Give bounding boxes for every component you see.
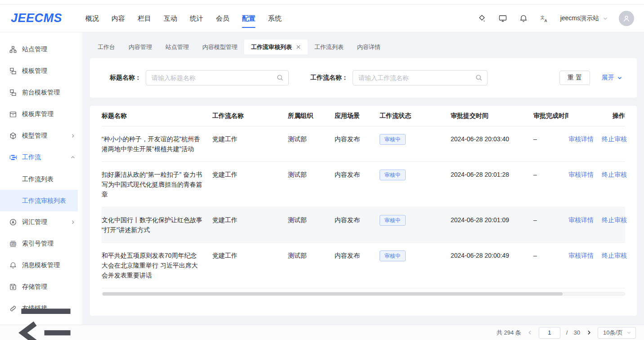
template-icon xyxy=(9,89,17,97)
terminate-review-link[interactable]: 终止审核 xyxy=(602,171,627,178)
table-row: 文化中国行丨数字化保护让红色故事“打开”讲述新方式 党建工作 测试部 内容发布 … xyxy=(102,207,625,243)
terminate-review-link[interactable]: 终止审核 xyxy=(602,216,627,224)
sidebar-item-workflow[interactable]: 工作流 xyxy=(0,147,82,168)
col-title: 标题名称 xyxy=(102,112,212,120)
collapse-sidebar-icon[interactable] xyxy=(9,296,83,340)
cell-title: 和平共处五项原则发表70周年纪念大会在北京隆重举行 习近平出席大会并发表重要讲话 xyxy=(102,251,212,280)
page-size-value: 10条/页 xyxy=(603,329,623,337)
clean-wand-icon[interactable] xyxy=(478,14,487,23)
nav-item-overview[interactable]: 概况 xyxy=(79,4,105,32)
cell-workflow: 党建工作 xyxy=(212,134,288,144)
sidebar-item-front-template-management[interactable]: 前台模板管理 xyxy=(0,82,82,103)
workflow-name-label: 工作流名称： xyxy=(310,74,348,82)
chevron-down-icon xyxy=(603,16,608,21)
top-nav: 概况 内容 栏目 互动 统计 会员 配置 系统 xyxy=(79,4,288,32)
terminate-review-link[interactable]: 终止审核 xyxy=(602,252,627,259)
cell-complete-time: – xyxy=(533,170,568,179)
cell-org: 测试部 xyxy=(288,170,335,179)
tab-content-management[interactable]: 内容管理 xyxy=(122,40,159,54)
cell-scene: 内容发布 xyxy=(335,134,380,144)
svg-text:A: A xyxy=(544,18,547,22)
bell-icon[interactable] xyxy=(519,14,528,23)
nav-item-members[interactable]: 会员 xyxy=(210,4,236,32)
col-organization: 所属组织 xyxy=(288,112,335,120)
cell-status: 审核中 xyxy=(380,215,451,226)
vocab-icon xyxy=(9,218,17,226)
cell-scene: 内容发布 xyxy=(335,215,380,225)
cell-workflow: 党建工作 xyxy=(212,251,288,260)
page-separator: / xyxy=(566,329,568,336)
chevron-down-icon xyxy=(617,75,622,81)
nav-item-channel[interactable]: 栏目 xyxy=(131,4,157,32)
table-header-row: 标题名称 工作流名称 所属组织 应用场景 工作流状态 审批提交时间 审批完成时间… xyxy=(102,106,625,126)
nav-item-statistics[interactable]: 统计 xyxy=(183,4,210,32)
sidebar-item-storage-management[interactable]: 存储管理 xyxy=(0,276,82,298)
review-detail-link[interactable]: 审核详情 xyxy=(568,216,594,224)
sidebar-item-model-management[interactable]: 模型管理 xyxy=(0,125,82,147)
jeecms-logo: JEECMS xyxy=(11,11,62,25)
tab-site-management[interactable]: 站点管理 xyxy=(159,40,196,54)
title-name-input[interactable] xyxy=(146,70,289,85)
cell-submit-time: 2024-06-28 20:01:28 xyxy=(451,170,533,179)
cell-complete-time: – xyxy=(533,134,568,144)
app-header: JEECMS 概况 内容 栏目 互动 统计 会员 配置 系统 文A jeecms… xyxy=(0,4,644,32)
nav-item-content[interactable]: 内容 xyxy=(105,4,131,32)
tab-bar: 工作台 内容管理 站点管理 内容模型管理 工作流审核列表 工作流列表 内容详情 xyxy=(83,32,644,54)
search-icon xyxy=(475,74,483,81)
sidebar-item-vocabulary-management[interactable]: 词汇管理 xyxy=(0,211,82,233)
sitemap-icon xyxy=(9,45,17,54)
close-icon[interactable] xyxy=(296,45,301,49)
workflow-review-table: 标题名称 工作流名称 所属组织 应用场景 工作流状态 审批提交时间 审批完成时间… xyxy=(90,106,637,316)
archive-icon xyxy=(9,110,17,118)
tab-workbench[interactable]: 工作台 xyxy=(91,40,122,54)
tab-workflow-list[interactable]: 工作流列表 xyxy=(308,40,350,54)
header-actions: 文A jeecms演示站 xyxy=(466,11,644,26)
cell-actions: 审核详情终止审核 xyxy=(568,251,627,260)
chevron-up-icon xyxy=(70,155,76,160)
cell-actions: 审核详情终止审核 xyxy=(568,215,627,225)
terminate-review-link[interactable]: 终止审核 xyxy=(602,135,627,143)
tab-workflow-review-list[interactable]: 工作流审核列表 xyxy=(244,40,308,54)
expand-toggle[interactable]: 展开 xyxy=(602,74,622,82)
review-detail-link[interactable]: 审核详情 xyxy=(568,135,594,143)
site-switcher[interactable]: jeecms演示站 xyxy=(560,14,608,22)
sidebar-item-workflow-review-list[interactable]: 工作流审核列表 xyxy=(0,190,78,211)
scrollbar-thumb[interactable] xyxy=(103,292,563,295)
page-number-input[interactable] xyxy=(539,327,560,339)
next-page-icon[interactable] xyxy=(586,330,592,336)
cell-title: “种小小的种子，开友谊的花”杭州香港两地中学生开展“根植共建”活动 xyxy=(102,134,212,154)
sidebar-item-index-number-management[interactable]: 123 索引号管理 xyxy=(0,233,82,255)
cell-actions: 审核详情终止审核 xyxy=(568,134,627,144)
cell-status: 审核中 xyxy=(380,170,451,180)
cell-submit-time: 2024-06-28 20:01:09 xyxy=(451,215,533,225)
col-submit-time: 审批提交时间 xyxy=(451,112,533,120)
status-badge: 审核中 xyxy=(380,134,406,145)
sidebar-item-template-management[interactable]: 模板管理 xyxy=(0,60,82,82)
monitor-icon[interactable] xyxy=(498,14,507,23)
user-avatar[interactable] xyxy=(619,11,634,26)
page-size-select[interactable]: 10条/页 xyxy=(598,327,636,339)
nav-item-interaction[interactable]: 互动 xyxy=(157,4,183,32)
review-detail-link[interactable]: 审核详情 xyxy=(568,252,594,259)
site-name: jeecms演示站 xyxy=(560,14,599,22)
sidebar-item-message-template-management[interactable]: 消息模板管理 xyxy=(0,255,82,276)
translate-icon[interactable]: 文A xyxy=(540,14,549,23)
total-count: 共 294 条 xyxy=(496,329,521,337)
nav-item-system[interactable]: 系统 xyxy=(262,4,288,32)
title-name-input-wrap xyxy=(146,70,289,85)
cell-workflow: 党建工作 xyxy=(212,215,288,225)
cell-complete-time: – xyxy=(533,251,568,260)
prev-page-icon[interactable] xyxy=(527,330,533,336)
sidebar-item-site-management[interactable]: 站点管理 xyxy=(0,39,82,60)
reset-button[interactable]: 重 置 xyxy=(559,71,590,85)
workflow-name-input[interactable] xyxy=(353,70,487,85)
tab-content-detail[interactable]: 内容详情 xyxy=(350,40,387,54)
review-detail-link[interactable]: 审核详情 xyxy=(568,171,594,178)
footer-bar: 共 294 条 / 30 10条/页 xyxy=(0,325,644,340)
tab-content-model-management[interactable]: 内容模型管理 xyxy=(196,40,244,54)
workflow-icon xyxy=(9,153,17,161)
sidebar-item-template-library[interactable]: 模板库管理 xyxy=(0,103,82,125)
status-badge: 审核中 xyxy=(380,251,406,261)
sidebar-item-workflow-list[interactable]: 工作流列表 xyxy=(0,168,82,190)
nav-item-config[interactable]: 配置 xyxy=(236,4,262,32)
